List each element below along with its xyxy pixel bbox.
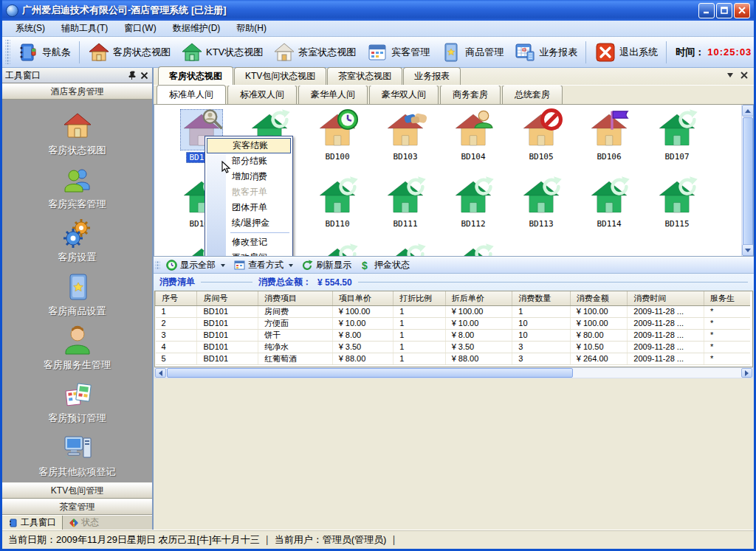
room-item[interactable]: BD111 <box>371 176 439 243</box>
menu-aux-tools[interactable]: 辅助工具(T) <box>54 21 115 36</box>
room-type-tab[interactable]: 商务套房 <box>440 85 501 104</box>
view-mode-button[interactable]: 查看方式 <box>230 259 298 271</box>
room-status-view-label: 客房状态视图 <box>113 46 171 59</box>
show-all-button[interactable]: 显示全部 <box>162 259 230 271</box>
ktv-status-view-button[interactable]: KTV状态视图 <box>176 39 268 66</box>
sidebar-item-guest-mgmt[interactable]: 客房宾客管理 <box>15 161 140 215</box>
room-type-tab[interactable]: 豪华单人间 <box>298 85 368 104</box>
section-tea-mgmt[interactable]: 茶室管理 <box>2 499 152 515</box>
room-item[interactable]: BD120 <box>439 243 507 257</box>
ctx-change-room[interactable]: 更改房间 <box>207 250 291 257</box>
menu-system[interactable]: 系统(S) <box>8 21 52 36</box>
scrollbar-thumb[interactable] <box>743 117 753 257</box>
column-header[interactable]: 项目单价 <box>332 291 394 305</box>
document-tab[interactable]: 业务报表 <box>403 67 461 85</box>
menu-window[interactable]: 窗口(W) <box>117 21 163 36</box>
close-button[interactable] <box>734 3 750 18</box>
sidebar-item-room-status-view[interactable]: 客房状态视图 <box>15 107 140 161</box>
room-status-panel: BD101 <box>154 104 754 257</box>
maximize-button[interactable] <box>716 3 732 18</box>
column-header[interactable]: 服务生 <box>704 291 750 305</box>
ctx-group-order[interactable]: 团体开单 <box>207 200 291 215</box>
vertical-scrollbar[interactable] <box>741 105 753 256</box>
refresh-arrow-icon <box>472 176 495 198</box>
tab-status[interactable]: 状态 <box>63 516 105 530</box>
deposit-status-button[interactable]: $ 押金状态 <box>356 259 414 271</box>
menu-bar: 系统(S) 辅助工具(T) 窗口(W) 数据维护(D) 帮助(H) <box>2 21 754 37</box>
tab-close-icon[interactable] <box>740 72 748 79</box>
column-header[interactable]: 消费数量 <box>512 291 571 305</box>
menu-data-maintain[interactable]: 数据维护(D) <box>165 21 228 36</box>
table-row[interactable]: 1 BD101 房间费 ¥ 100.00 1 ¥ 100.00 1 ¥ 100.… <box>156 305 751 317</box>
document-tab[interactable]: 客房状态视图 <box>158 66 233 85</box>
room-item[interactable]: BD119 <box>371 243 439 257</box>
room-item[interactable]: BD110 <box>303 176 371 243</box>
room-item[interactable]: BD118 <box>303 243 371 257</box>
table-row[interactable]: 3 BD101 饼干 ¥ 8.00 1 ¥ 8.00 10 ¥ 80.00 20… <box>156 329 751 341</box>
room-type-tab[interactable]: 豪华双人间 <box>369 85 439 104</box>
room-label: BD104 <box>458 152 487 162</box>
column-header[interactable]: 打折比例 <box>394 291 445 305</box>
room-item[interactable]: BD107 <box>643 109 711 176</box>
room-type-tab[interactable]: 总统套房 <box>502 85 563 104</box>
column-header[interactable]: 序号 <box>156 291 197 305</box>
column-header[interactable]: 消费时间 <box>628 291 704 305</box>
column-header[interactable]: 消费项目 <box>258 291 332 305</box>
sidebar-item-other-payments[interactable]: 客房其他款项登记 <box>15 429 140 482</box>
column-header[interactable]: 房间号 <box>197 291 258 305</box>
scroll-down-arrow[interactable] <box>742 244 754 256</box>
room-item[interactable]: BD114 <box>575 176 643 243</box>
ctx-edit-registration[interactable]: 修改登记 <box>207 235 291 250</box>
deposit-status-label: 押金状态 <box>374 259 410 271</box>
room-item[interactable]: BD104 <box>439 109 507 176</box>
room-type-tab[interactable]: 标准双人间 <box>227 85 297 104</box>
sidebar-item-room-goods-settings[interactable]: 客房商品设置 <box>15 268 140 322</box>
sidebar-item-booking-mgmt[interactable]: 客房预订管理 <box>15 375 140 429</box>
table-row[interactable]: 2 BD101 方便面 ¥ 10.00 1 ¥ 10.00 10 ¥ 100.0… <box>156 317 751 329</box>
close-icon[interactable] <box>140 71 149 80</box>
room-item[interactable]: BD103 <box>371 109 439 176</box>
cards-icon <box>62 378 93 409</box>
scroll-up-arrow[interactable] <box>742 105 754 117</box>
sidebar-item-room-settings[interactable]: 客房设置 <box>15 214 140 268</box>
room-item[interactable]: BD100 <box>303 109 371 176</box>
document-tab[interactable]: KTV包间状态视图 <box>234 67 326 85</box>
tab-tool-window[interactable]: 工具窗口 <box>2 516 63 530</box>
tab-list-dropdown-icon[interactable] <box>727 73 733 77</box>
room-type-tab[interactable]: 标准单人间 <box>157 85 226 104</box>
horizontal-scrollbar[interactable] <box>154 367 753 378</box>
room-item[interactable]: BD112 <box>439 176 507 243</box>
section-ktv-mgmt[interactable]: KTV包间管理 <box>2 482 152 499</box>
guest-mgmt-button[interactable]: 宾客管理 <box>361 39 435 66</box>
goods-mgmt-button[interactable]: 商品管理 <box>435 39 509 66</box>
room-item[interactable]: BD113 <box>507 176 575 243</box>
section-hotel-room-mgmt[interactable]: 酒店客房管理 <box>2 83 152 100</box>
table-row[interactable]: 4 BD101 纯净水 ¥ 3.50 1 ¥ 3.50 3 ¥ 10.50 20… <box>156 341 751 353</box>
scroll-left-arrow[interactable] <box>155 368 166 378</box>
ctx-guest-checkout[interactable]: 宾客结账 <box>207 138 291 153</box>
pin-icon[interactable] <box>127 71 137 80</box>
scrollbar-thumb[interactable] <box>167 368 573 378</box>
document-tab[interactable]: 茶室状态视图 <box>327 67 402 85</box>
cell-amount: ¥ 100.00 <box>570 317 628 329</box>
room-item[interactable]: BD115 <box>643 176 711 243</box>
refresh-arrow-icon <box>472 243 495 257</box>
nav-bar-label: 导航条 <box>42 46 71 59</box>
sidebar-item-waiter-mgmt[interactable]: 客房服务生管理 <box>15 322 140 375</box>
column-header[interactable]: 消费金额 <box>570 291 628 305</box>
menu-help[interactable]: 帮助(H) <box>229 21 274 36</box>
nav-bar-button[interactable]: 导航条 <box>12 39 76 66</box>
room-status-view-button[interactable]: 客房状态视图 <box>83 39 176 66</box>
exit-button[interactable]: 退出系统 <box>589 39 663 66</box>
ctx-deposit[interactable]: 续/退押金 <box>207 215 291 231</box>
report-button[interactable]: 业务报表 <box>509 39 583 66</box>
status-icon <box>69 518 79 528</box>
room-item[interactable]: BD105 <box>507 109 575 176</box>
scroll-right-arrow[interactable] <box>741 368 752 378</box>
column-header[interactable]: 折后单价 <box>445 291 512 305</box>
tea-status-view-button[interactable]: 茶室状态视图 <box>268 39 361 66</box>
refresh-button[interactable]: 刷新显示 <box>298 259 356 271</box>
table-row[interactable]: 5 BD101 红葡萄酒 ¥ 88.00 1 ¥ 88.00 3 ¥ 264.0… <box>156 353 751 364</box>
minimize-button[interactable] <box>698 3 715 18</box>
room-item[interactable]: BD106 <box>575 109 643 176</box>
